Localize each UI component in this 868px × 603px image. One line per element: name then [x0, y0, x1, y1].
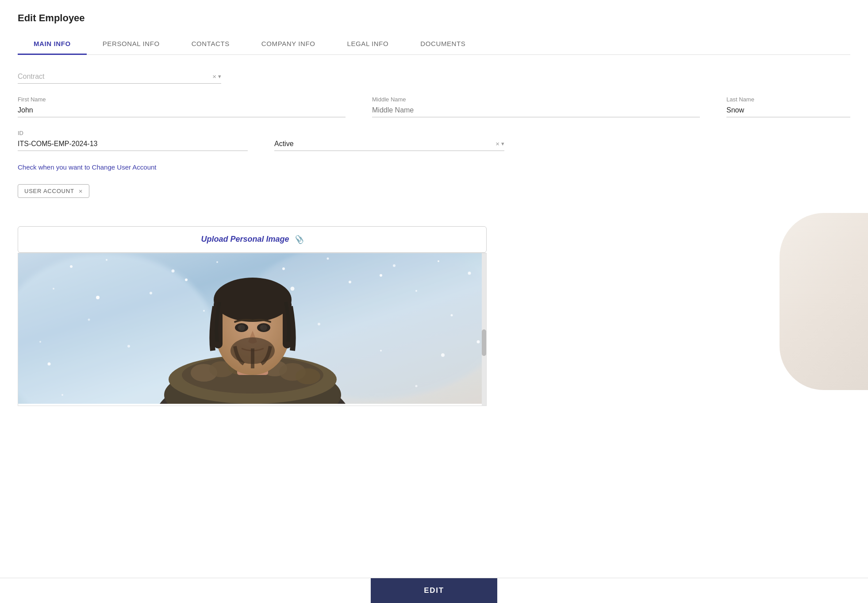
contract-clear-icon[interactable]: ×: [212, 73, 216, 80]
contract-select[interactable]: Contract × ▾: [18, 71, 221, 84]
scrollbar-thumb[interactable]: [482, 329, 486, 356]
last-name-label: Last Name: [726, 96, 850, 103]
svg-point-58: [380, 274, 382, 277]
personal-image-container: [18, 253, 487, 406]
status-arrow-icon[interactable]: ▾: [501, 140, 504, 147]
contract-field-group: Contract × ▾: [18, 71, 221, 84]
paperclip-icon: 📎: [294, 235, 303, 244]
middle-name-input[interactable]: [372, 104, 700, 117]
status-value: Active: [274, 140, 495, 148]
bottom-bar: EDIT: [0, 578, 868, 603]
user-account-close-icon[interactable]: ×: [79, 187, 83, 195]
first-name-label: First Name: [18, 96, 346, 103]
page-wrapper: Edit Employee MAIN INFO PERSONAL INFO CO…: [0, 0, 868, 603]
id-value: ITS-COM5-EMP-2024-13: [18, 138, 248, 151]
tab-documents[interactable]: DOCUMENTS: [404, 34, 481, 55]
first-name-field-group: First Name: [18, 96, 346, 117]
upload-personal-image-button[interactable]: Upload Personal Image 📎: [18, 226, 487, 253]
tab-legal-info[interactable]: LEGAL INFO: [331, 34, 405, 55]
status-clear-icon[interactable]: ×: [495, 140, 499, 147]
page-title: Edit Employee: [18, 12, 850, 24]
id-status-row: ID ITS-COM5-EMP-2024-13 Active × ▾: [18, 130, 850, 151]
id-field-group: ID ITS-COM5-EMP-2024-13: [18, 130, 248, 151]
upload-label: Upload Personal Image: [201, 235, 289, 244]
first-name-input[interactable]: [18, 104, 346, 117]
contract-row: Contract × ▾: [18, 71, 850, 84]
edit-button[interactable]: EDIT: [371, 578, 497, 603]
status-field-group: Active × ▾: [274, 138, 504, 151]
tab-contacts[interactable]: CONTACTS: [176, 34, 246, 55]
status-select[interactable]: Active × ▾: [274, 138, 504, 151]
user-account-tag[interactable]: USER ACCOUNT ×: [18, 184, 89, 198]
tab-personal-info[interactable]: PERSONAL INFO: [87, 34, 176, 55]
id-label: ID: [18, 130, 248, 136]
svg-point-55: [96, 296, 100, 299]
user-account-label: USER ACCOUNT: [24, 188, 74, 194]
tab-company-info[interactable]: COMPANY INFO: [246, 34, 331, 55]
contract-arrow-icon[interactable]: ▾: [218, 73, 221, 80]
middle-name-label: Middle Name: [372, 96, 700, 103]
svg-point-60: [441, 353, 445, 357]
svg-point-56: [185, 278, 188, 281]
tab-main-info[interactable]: MAIN INFO: [18, 34, 87, 55]
middle-name-field-group: Middle Name: [372, 96, 700, 117]
tabs-bar: MAIN INFO PERSONAL INFO CONTACTS COMPANY…: [18, 34, 850, 55]
contract-placeholder: Contract: [18, 73, 212, 81]
svg-point-59: [48, 362, 51, 365]
page-header: Edit Employee MAIN INFO PERSONAL INFO CO…: [0, 0, 868, 55]
last-name-input[interactable]: [726, 104, 850, 117]
image-scrollbar[interactable]: [482, 253, 486, 406]
svg-point-57: [291, 286, 295, 290]
personal-image-svg: [18, 253, 487, 404]
last-name-field-group: Last Name: [726, 96, 850, 117]
name-row: First Name Middle Name Last Name: [18, 96, 850, 117]
form-area: Contract × ▾ First Name Middle Name Last…: [0, 55, 868, 406]
change-user-link[interactable]: Check when you want to Change User Accou…: [18, 163, 157, 171]
svg-rect-54: [18, 253, 487, 404]
